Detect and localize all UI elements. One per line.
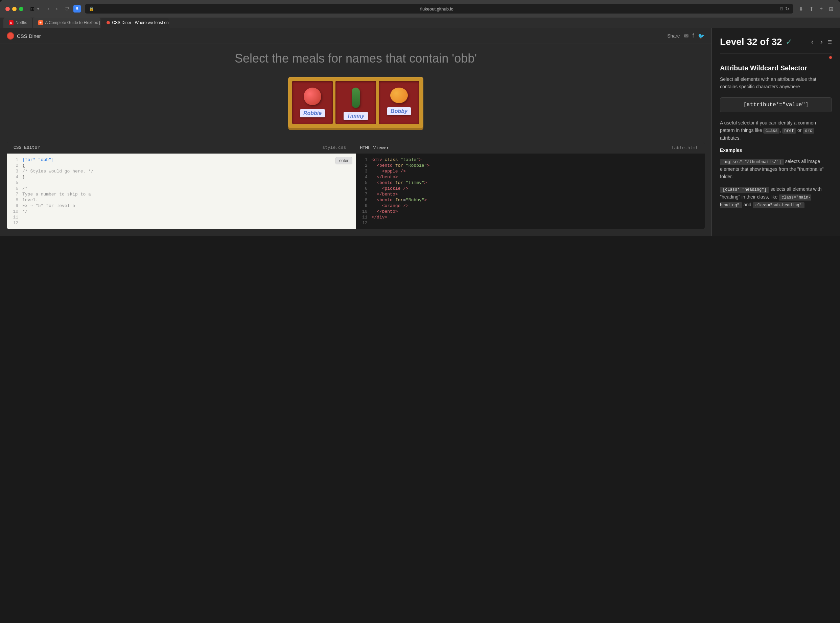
share-button[interactable]: ⬆ [808,5,815,14]
back-button[interactable]: ‹ [44,5,52,13]
game-area: Select the meals for names that contain … [0,44,711,236]
name-tag-robbie: Robbie [300,109,325,117]
toolbar-right: ⬇ ⬆ + ⊞ [797,5,835,14]
src-code: src [803,128,814,134]
reader-icon: ⊡ [780,6,783,11]
twitter-icon[interactable]: 🐦 [698,33,705,39]
example-1: img[src*="/thumbnails/"] selects all ima… [720,158,832,181]
netflix-tab-label: Netflix [15,20,27,25]
bento-table: Robbie Timmy Bobby [288,77,423,128]
hamburger-menu-button[interactable]: ≡ [828,38,832,46]
nav-buttons: ‹ › [44,5,61,13]
lock-icon: 🔒 [89,6,94,11]
level-title: Level 32 of 32 ✓ [720,37,792,48]
tab-cssdiner[interactable]: CSS Diner - Where we feast on CSS Select… [101,18,169,28]
grid-view-button[interactable]: ⊞ [828,5,835,14]
html-line-4: 4 </bento> [356,174,705,180]
url-text: flukeout.github.io [96,6,778,11]
css-editor-panel[interactable]: enter 1 [for*="obb"] 2 { 3 [7,153,356,229]
css-editor-file-label: style.css [316,142,353,153]
code-line-5: 5 [7,180,356,186]
apple-food [304,87,321,105]
tab-netflix[interactable]: N Netflix [3,18,32,28]
example-1-code: img[src*="/thumbnails/"] [720,159,784,165]
facebook-icon[interactable]: f [693,33,694,39]
app-header: CSS Diner Share ✉ f 🐦 [0,28,711,44]
html-line-2: 2 <bento for="Robbie"> [356,163,705,169]
chevron-down-icon: ▾ [37,7,39,11]
progress-dot [829,56,832,59]
new-tab-button[interactable]: + [819,5,824,13]
logo-icon [7,32,14,40]
code-line-4: 4 } [7,174,356,180]
share-area: Share ✉ f 🐦 [667,33,705,39]
game-instruction: Select the meals for names that contain … [235,51,477,67]
bento-robbie: Robbie [292,81,333,124]
prev-level-button[interactable]: ‹ [809,36,815,48]
selector-title: Attribute Wildcard Selector [720,64,832,72]
maximize-button[interactable] [19,7,23,11]
browser-window: ⊞ ▾ ‹ › 🛡 B 🔒 flukeout.github.io ⊡ ↻ ⬇ ⬆… [0,0,840,236]
download-button[interactable]: ⬇ [797,5,805,14]
reload-icon[interactable]: ↻ [785,6,789,11]
sidebar-icon: ⊞ [30,6,34,12]
code-editor-area: CSS Editor style.css HTML Viewer table.h… [7,142,705,229]
html-viewer-panel: 1 <div class="table"> 2 <bento for="Robb… [356,153,705,229]
code-line-11: 11 [7,215,356,220]
cssdiner-favicon [107,21,110,25]
cssdiner-tab-label: CSS Diner - Where we feast on CSS Select… [112,20,169,25]
share-label: Share [667,33,680,38]
selector-syntax: [attribute*="value"] [720,97,832,112]
csstricks-tab-label: A Complete Guide to Flexbox | CSS-Tricks… [45,20,100,25]
level-text: Level 32 of 32 [720,37,782,48]
close-button[interactable] [5,7,10,11]
html-viewer-tab-label[interactable]: HTML Viewer [353,142,395,153]
html-line-8: 8 <bento for="Bobby"> [356,197,705,203]
html-line-1: 1 <div class="table"> [356,157,705,163]
left-panel: CSS Diner Share ✉ f 🐦 Select the meals f… [0,28,711,236]
right-panel: Level 32 of 32 ✓ ‹ › ≡ Attribute Wildcar… [711,28,840,236]
html-line-9: 9 <orange /> [356,203,705,209]
html-line-7: 7 </bento> [356,192,705,197]
code-line-2: 2 { [7,163,356,169]
example-2: [class*="heading"] selects all elements … [720,185,832,209]
checkmark-icon: ✓ [786,37,792,47]
bento-timmy: Timmy [336,81,376,124]
bento-bobby: Bobby [379,81,419,124]
address-bar[interactable]: 🔒 flukeout.github.io ⊡ ↻ [85,4,793,14]
code-line-6: 6 /* [7,186,356,192]
sidebar-toggle[interactable]: ⊞ ▾ [30,6,39,12]
code-line-1: 1 [for*="obb"] [7,157,356,163]
code-line-8: 8 level. [7,197,356,203]
next-level-button[interactable]: › [819,36,825,48]
shield-icon: 🛡 [64,6,69,11]
code-line-7: 7 Type a number to skip to a [7,192,356,197]
selector-description: Select all elements with an attribute va… [720,75,832,91]
example-2-sub-code-2: class="sub-heading" [753,202,805,208]
tab-csstricks[interactable]: ✳ A Complete Guide to Flexbox | CSS-Tric… [33,18,100,28]
level-nav: ‹ › ≡ [809,36,832,48]
forward-button[interactable]: › [53,5,60,13]
app-logo: CSS Diner [7,32,41,40]
pickle-food [352,87,360,108]
enter-button[interactable]: enter [336,157,352,164]
example-2-and: and [743,202,753,207]
css-editor-tab-label[interactable]: CSS Editor [7,142,47,153]
editor-panels: enter 1 [for*="obb"] 2 { 3 [7,153,705,229]
selector-note-end: attributes. [720,135,740,141]
editor-tabs: CSS Editor style.css HTML Viewer table.h… [7,142,705,153]
html-line-3: 3 <apple /> [356,169,705,174]
href-code: href [782,128,796,134]
email-icon[interactable]: ✉ [684,33,688,39]
minimize-button[interactable] [12,7,17,11]
code-line-9: 9 Ex → "5" for level 5 [7,203,356,209]
app-name: CSS Diner [17,33,41,39]
netflix-favicon: N [9,20,14,25]
selector-note: A useful selector if you can identify a … [720,119,832,142]
name-tag-bobby: Bobby [387,107,411,115]
name-tag-timmy: Timmy [343,112,368,120]
bitwarden-icon: B [74,5,81,12]
csstricks-favicon: ✳ [38,20,43,25]
examples-title: Examples [720,147,832,153]
html-line-10: 10 </bento> [356,209,705,215]
